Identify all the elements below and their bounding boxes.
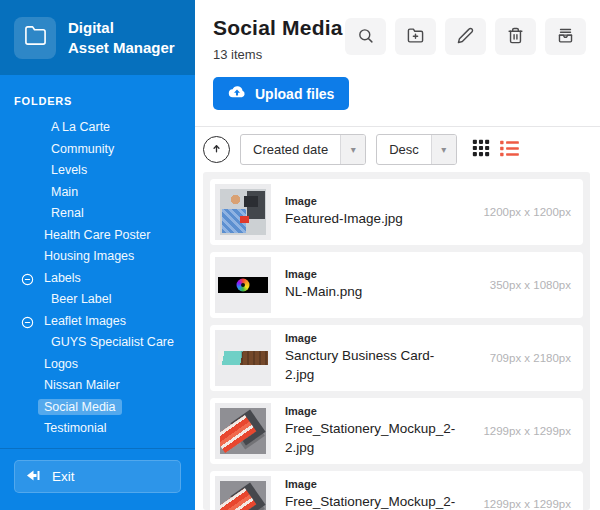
file-thumbnail-art: [220, 189, 266, 235]
file-dimensions: 1299px x 1299px: [483, 425, 571, 437]
file-thumbnail-art: [220, 481, 266, 510]
file-row[interactable]: Image Free_Stationery_Mockup_2-1.jpg 129…: [210, 471, 583, 510]
folder-item-label: Testimonial: [38, 420, 113, 436]
trash-icon: [507, 27, 524, 47]
folder-item-label: Housing Images: [38, 248, 140, 264]
folder-item-label: Leaflet Images: [38, 313, 132, 329]
file-thumbnail: [215, 184, 271, 240]
file-dimensions: 1299px x 1299px: [483, 498, 571, 510]
arrow-up-icon: [210, 142, 223, 158]
sidebar-folder-item[interactable]: GUYS Specialist Care: [0, 332, 195, 354]
sidebar-folder-item[interactable]: Beer Label: [0, 289, 195, 311]
exit-button[interactable]: Exit: [14, 460, 181, 493]
sort-order-select[interactable]: Desc ▾: [376, 134, 457, 165]
sidebar-header: Digital Asset Manager: [0, 0, 195, 75]
sidebar-folder-item[interactable]: Housing Images: [0, 246, 195, 268]
file-row[interactable]: Image Sanctury Business Card-2.jpg 709px…: [210, 325, 583, 391]
folder-item-label: Beer Label: [45, 291, 117, 307]
file-info: Image Sanctury Business Card-2.jpg: [271, 332, 490, 383]
file-name: Featured-Image.jpg: [285, 210, 440, 228]
file-thumbnail: [215, 330, 271, 386]
sidebar-folder-item[interactable]: Leaflet Images: [0, 311, 195, 333]
list-view-icon: [500, 140, 519, 160]
folder-item-label: Health Care Poster: [38, 227, 156, 243]
archive-icon: [557, 27, 574, 47]
pencil-icon: [457, 27, 474, 47]
file-name: Sanctury Business Card-2.jpg: [285, 347, 440, 383]
folder-item-label: Community: [45, 141, 120, 157]
folder-list: A La Carte Community Levels Main Renal H…: [0, 117, 195, 440]
sort-toolbar: Created date ▾ Desc ▾: [195, 126, 600, 172]
file-dimensions: 350px x 1080px: [490, 279, 571, 291]
sidebar-folder-item[interactable]: Logos: [0, 354, 195, 376]
sort-field-select[interactable]: Created date ▾: [240, 134, 366, 165]
file-row[interactable]: Image Free_Stationery_Mockup_2-2.jpg 129…: [210, 398, 583, 464]
chevron-down-icon: ▾: [340, 135, 365, 164]
sidebar-folder-item[interactable]: Labels: [0, 268, 195, 290]
folder-item-label: Renal: [45, 205, 90, 221]
archive-button[interactable]: [545, 18, 586, 55]
app-window: Digital Asset Manager FOLDERS A La Carte…: [0, 0, 600, 510]
exit-icon: [27, 469, 42, 485]
list-view-button[interactable]: [500, 140, 519, 160]
folder-item-label: Social Media: [38, 399, 122, 415]
sidebar-footer: Exit: [0, 448, 195, 510]
collapse-icon[interactable]: [21, 315, 34, 328]
file-info: Image Free_Stationery_Mockup_2-1.jpg: [271, 478, 483, 510]
file-type-label: Image: [285, 478, 469, 490]
file-thumbnail: [215, 257, 271, 313]
sidebar-folder-item[interactable]: A La Carte: [0, 117, 195, 139]
app-title-line2: Asset Manager: [68, 39, 175, 56]
app-title-line1: Digital: [68, 19, 114, 36]
upload-files-label: Upload files: [255, 86, 334, 102]
grid-view-button[interactable]: [472, 139, 490, 160]
delete-button[interactable]: [495, 18, 536, 55]
file-info: Image Featured-Image.jpg: [271, 195, 483, 228]
sidebar-folder-item[interactable]: Community: [0, 139, 195, 161]
folder-item-label: GUYS Specialist Care: [45, 334, 180, 350]
action-buttons: [345, 18, 586, 55]
file-row[interactable]: Image NL-Main.png 350px x 1080px: [210, 252, 583, 318]
sidebar-folder-item[interactable]: Health Care Poster: [0, 225, 195, 247]
sidebar: Digital Asset Manager FOLDERS A La Carte…: [0, 0, 195, 510]
upload-files-button[interactable]: Upload files: [213, 77, 349, 110]
main-content: Social Media 13 items: [195, 0, 600, 510]
collapse-icon[interactable]: [21, 272, 34, 285]
sidebar-folder-item[interactable]: Social Media: [0, 397, 195, 419]
sidebar-folder-item[interactable]: Main: [0, 182, 195, 204]
file-name: Free_Stationery_Mockup_2-2.jpg: [285, 420, 440, 456]
file-dimensions: 1200px x 1200px: [483, 206, 571, 218]
items-count: 13 items: [213, 47, 343, 62]
page-title: Social Media: [213, 16, 343, 40]
file-dimensions: 709px x 2180px: [490, 352, 571, 364]
search-button[interactable]: [345, 18, 386, 55]
sidebar-folder-item[interactable]: Renal: [0, 203, 195, 225]
file-row[interactable]: Image Featured-Image.jpg 1200px x 1200px: [210, 179, 583, 245]
grid-view-icon: [472, 139, 490, 160]
app-title: Digital Asset Manager: [68, 18, 175, 57]
main-header: Social Media 13 items: [195, 0, 600, 62]
file-thumbnail-art: [218, 277, 268, 293]
folder-item-label: Logos: [38, 356, 84, 372]
sort-direction-button[interactable]: [203, 136, 230, 163]
file-name: NL-Main.png: [285, 283, 440, 301]
file-info: Image NL-Main.png: [271, 268, 490, 301]
folder-item-label: Nissan Mailer: [38, 377, 126, 393]
add-folder-button[interactable]: [395, 18, 436, 55]
sidebar-folder-item[interactable]: Levels: [0, 160, 195, 182]
app-logo: [14, 17, 56, 59]
search-icon: [357, 27, 374, 47]
folder-item-label: Main: [45, 184, 84, 200]
folder-item-label: A La Carte: [45, 119, 116, 135]
folders-section-label: FOLDERS: [0, 75, 195, 117]
folder-item-label: Labels: [38, 270, 87, 286]
edit-button[interactable]: [445, 18, 486, 55]
file-name: Free_Stationery_Mockup_2-1.jpg: [285, 493, 440, 510]
sidebar-folder-item[interactable]: Testimonial: [0, 418, 195, 440]
file-info: Image Free_Stationery_Mockup_2-2.jpg: [271, 405, 483, 456]
file-thumbnail: [215, 476, 271, 510]
file-thumbnail-art: [218, 351, 268, 365]
file-type-label: Image: [285, 332, 476, 344]
sidebar-folder-item[interactable]: Nissan Mailer: [0, 375, 195, 397]
file-type-label: Image: [285, 195, 469, 207]
